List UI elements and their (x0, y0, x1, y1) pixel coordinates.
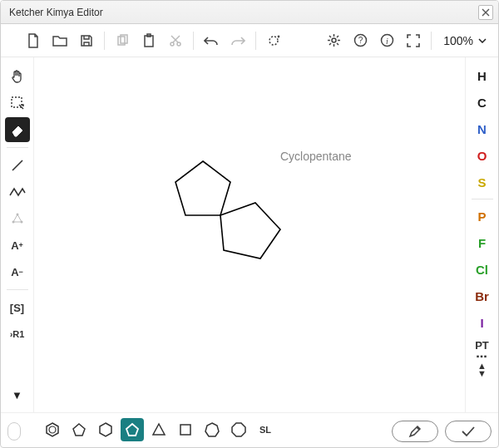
paste-button[interactable] (136, 28, 161, 53)
footer (7, 421, 492, 442)
molecule-drawing (34, 57, 465, 412)
chevron-down-icon (478, 38, 487, 43)
app-window: Ketcher Kimya Editor ? i 100% (0, 0, 499, 448)
periodic-table-button[interactable]: PT ▪▪▪ ▲▼ (475, 339, 489, 377)
single-bond-tool[interactable] (5, 153, 30, 178)
chain-tool[interactable] (5, 180, 30, 204)
new-doc-icon (27, 33, 40, 48)
select-tool[interactable] (5, 91, 30, 116)
stereo-tool[interactable] (5, 206, 30, 231)
undo-button[interactable] (199, 28, 224, 53)
save-button[interactable] (74, 28, 99, 53)
single-bond-icon (10, 158, 25, 173)
redo-icon (230, 35, 245, 47)
aromatize-icon (266, 33, 281, 48)
sgroup-tool[interactable]: [S] (5, 295, 30, 320)
open-folder-icon (52, 34, 67, 47)
element-O[interactable]: O (470, 144, 495, 167)
workspace: A+ A− [S] ›R1 ▼ H C N O S P F Cl Br I PT… (1, 57, 498, 412)
canvas[interactable]: Cyclopentane (34, 57, 465, 412)
svg-text:?: ? (358, 36, 363, 45)
element-Cl[interactable]: Cl (470, 258, 495, 281)
aromatize-button[interactable] (261, 28, 286, 53)
svg-point-7 (332, 38, 336, 42)
copy-icon (116, 34, 129, 47)
fullscreen-icon (407, 34, 420, 47)
separator (7, 289, 28, 290)
help-button[interactable]: ? (348, 28, 373, 53)
element-I[interactable]: I (470, 311, 495, 334)
svg-point-4 (170, 42, 174, 46)
help-icon: ? (353, 33, 368, 47)
separator (193, 32, 194, 50)
element-F[interactable]: F (470, 231, 495, 254)
top-toolbar: ? i 100% (1, 24, 498, 57)
titlebar: Ketcher Kimya Editor (1, 1, 498, 24)
element-P[interactable]: P (470, 204, 495, 228)
svg-point-5 (177, 42, 180, 46)
separator (431, 32, 432, 50)
svg-line-13 (12, 160, 22, 170)
close-icon (482, 8, 490, 17)
check-icon (461, 426, 476, 437)
hand-icon (10, 69, 25, 84)
rgroup-tool[interactable]: ›R1 (5, 322, 30, 347)
settings-button[interactable] (321, 28, 346, 53)
zoom-label: 100% (443, 34, 473, 47)
select-icon (10, 96, 25, 111)
redo-button (225, 28, 250, 53)
element-Br[interactable]: Br (470, 284, 495, 308)
cut-icon (169, 34, 182, 47)
window-close-button[interactable] (478, 5, 493, 20)
chain-icon (9, 186, 26, 198)
cut-button (163, 28, 188, 53)
separator (472, 199, 493, 199)
left-toolbar: A+ A− [S] ›R1 ▼ (1, 57, 34, 412)
charge-plus-tool[interactable]: A+ (5, 233, 30, 258)
new-doc-button[interactable] (21, 28, 46, 53)
pencil-icon (408, 425, 422, 438)
erase-tool[interactable] (5, 117, 30, 142)
element-C[interactable]: C (470, 91, 495, 114)
right-toolbar: H C N O S P F Cl Br I PT ▪▪▪ ▲▼ (465, 57, 498, 412)
charge-minus-tool[interactable]: A− (5, 259, 30, 284)
separator (255, 32, 256, 50)
element-H[interactable]: H (470, 64, 495, 87)
svg-marker-17 (175, 161, 230, 215)
info-icon: i (380, 33, 394, 47)
copy-button (110, 28, 135, 53)
edit-button[interactable] (392, 421, 438, 442)
separator (104, 32, 105, 50)
svg-rect-2 (145, 36, 153, 47)
svg-marker-18 (220, 203, 280, 258)
save-icon (80, 34, 93, 47)
gear-icon (327, 33, 341, 47)
confirm-button[interactable] (445, 421, 492, 442)
more-tools-button[interactable]: ▼ (5, 382, 30, 407)
svg-point-6 (269, 37, 278, 45)
mini-input[interactable] (7, 422, 21, 441)
undo-icon (204, 35, 219, 47)
stereo-icon (10, 211, 25, 226)
paste-icon (142, 33, 156, 48)
element-N[interactable]: N (470, 117, 495, 140)
hand-tool[interactable] (5, 64, 30, 89)
separator (7, 147, 28, 148)
fullscreen-button[interactable] (401, 28, 426, 53)
erase-icon (10, 122, 25, 137)
info-button[interactable]: i (374, 28, 399, 53)
window-title: Ketcher Kimya Editor (6, 7, 478, 18)
svg-text:i: i (386, 37, 388, 46)
zoom-control[interactable]: 100% (437, 34, 493, 47)
element-S[interactable]: S (470, 170, 495, 194)
open-button[interactable] (47, 28, 72, 53)
